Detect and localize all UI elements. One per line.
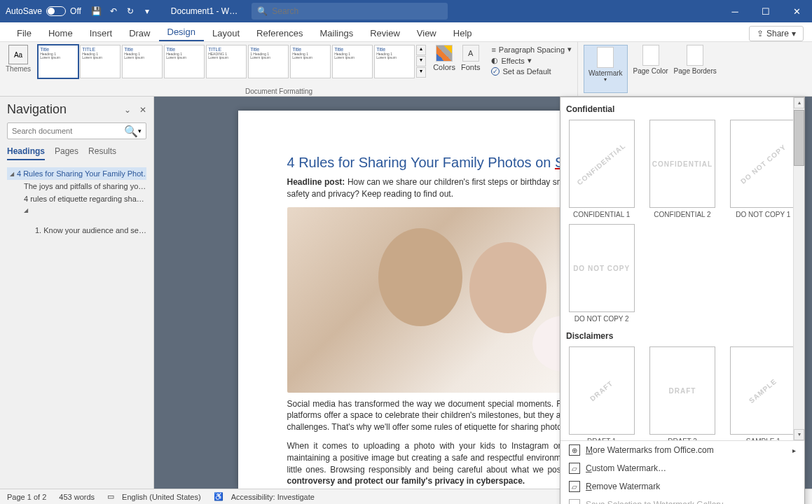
minimize-button[interactable]: ─ — [720, 0, 750, 22]
scroll-down-icon[interactable]: ▾ — [416, 56, 426, 66]
effects-button[interactable]: ◐Effects▾ — [491, 56, 572, 65]
themes-button[interactable]: Aa Themes — [0, 42, 36, 96]
accessibility-status[interactable]: ♿ Accessibility: Investigate — [214, 492, 315, 501]
share-button[interactable]: ⇪ Share ▾ — [749, 26, 804, 41]
close-button[interactable]: ✕ — [781, 0, 812, 22]
chevron-down-icon: ▾ — [604, 77, 607, 83]
maximize-button[interactable]: ☐ — [750, 0, 781, 22]
wm-thumb-text: DO NOT COPY — [739, 143, 787, 186]
fonts-label: Fonts — [461, 63, 481, 71]
autosave-toggle[interactable]: AutoSave Off — [0, 6, 87, 16]
scroll-up-icon[interactable]: ▴ — [416, 45, 426, 55]
watermark-dropdown: Confidential CONFIDENTIALCONFIDENTIAL 1 … — [560, 97, 805, 504]
themes-icon: Aa — [8, 45, 28, 64]
style-thumb[interactable]: TitleHeading 1Lorem ipsum — [332, 45, 373, 78]
style-thumb[interactable]: TitleHeading 1Lorem ipsum — [122, 45, 163, 78]
word-count[interactable]: 453 words — [59, 493, 95, 501]
watermark-button[interactable]: Watermark ▾ — [584, 45, 628, 93]
style-thumb[interactable]: TITLEHEADING 1Lorem ipsum — [206, 45, 247, 78]
search-input[interactable] — [272, 6, 442, 16]
nav-search-input[interactable] — [12, 127, 124, 135]
wm-remove[interactable]: ▱Remove Watermark — [560, 477, 804, 496]
nav-heading-item[interactable]: 1. Know your audience and se… — [7, 224, 146, 237]
nav-collapse-icon[interactable]: ⌄ — [124, 105, 131, 115]
page-borders-button[interactable]: Page Borders — [674, 45, 717, 93]
check-icon: ✓ — [491, 67, 500, 76]
style-thumb[interactable]: TitleHeading 1Lorem ipsum — [290, 45, 331, 78]
watermark-option[interactable]: DO NOT COPYDO NOT COPY 1 — [728, 120, 799, 218]
nav-close-icon[interactable]: ✕ — [139, 105, 146, 115]
qat-more-icon[interactable]: ▾ — [142, 6, 153, 17]
scroll-up-icon[interactable]: ▴ — [794, 97, 804, 108]
watermark-option[interactable]: CONFIDENTIALCONFIDENTIAL 2 — [647, 120, 717, 218]
style-thumb[interactable]: Title1 Heading 1Lorem ipsum — [248, 45, 289, 78]
gallery-scroll[interactable]: ▴ ▾ ▾ — [416, 45, 426, 78]
nav-tab-headings[interactable]: Headings — [7, 146, 45, 160]
paragraph-spacing-button[interactable]: ≡Paragraph Spacing▾ — [491, 45, 572, 54]
scrollbar-thumb[interactable] — [794, 110, 804, 166]
document-title: Document1 - W… — [157, 6, 252, 16]
watermark-option[interactable]: DO NOT COPYDO NOT COPY 2 — [566, 224, 637, 323]
tab-draw[interactable]: Draw — [121, 25, 158, 41]
tab-view[interactable]: View — [408, 25, 445, 41]
tab-help[interactable]: Help — [445, 25, 481, 41]
tab-design[interactable]: Design — [159, 24, 204, 41]
watermark-option[interactable]: CONFIDENTIALCONFIDENTIAL 1 — [566, 120, 637, 218]
page-color-label: Page Color — [633, 67, 668, 75]
watermark-option[interactable]: DRAFTDRAFT 1 — [566, 346, 637, 440]
language-status[interactable]: ▭ English (United States) — [107, 492, 201, 501]
tab-home[interactable]: Home — [40, 25, 81, 41]
chevron-down-icon[interactable]: ▾ — [138, 127, 142, 134]
save-icon[interactable]: 💾 — [91, 6, 102, 17]
fonts-button[interactable]: A Fonts — [461, 45, 481, 93]
collapse-icon: ◢ — [10, 171, 14, 177]
nav-tab-pages[interactable]: Pages — [55, 146, 78, 160]
wm-custom[interactable]: ▱Custom Watermark… — [560, 459, 804, 477]
window-controls: ─ ☐ ✕ — [720, 0, 812, 22]
search-box[interactable]: 🔍 — [252, 3, 448, 20]
colors-button[interactable]: Colors — [433, 45, 455, 93]
nav-search[interactable]: 🔍 ▾ — [7, 122, 146, 139]
set-default-button[interactable]: ✓Set as Default — [491, 67, 572, 76]
style-thumb[interactable]: TitleHeading 1Lorem ipsum — [164, 45, 205, 78]
nav-heading-item[interactable]: 4 rules of etiquette regarding sha… — [7, 192, 146, 205]
gallery-more-icon[interactable]: ▾ — [416, 67, 426, 78]
wm-scrollbar[interactable]: ▴ ▾ — [793, 97, 804, 440]
tab-layout[interactable]: Layout — [204, 25, 248, 41]
search-icon[interactable]: 🔍 — [124, 125, 138, 138]
redo-icon[interactable]: ↻ — [125, 6, 136, 17]
page-count[interactable]: Page 1 of 2 — [7, 493, 46, 501]
nav-tabs: Headings Pages Results — [7, 146, 146, 160]
scroll-down-icon[interactable]: ▾ — [794, 429, 804, 440]
style-thumb[interactable]: TITLEHeading 1Lorem ipsum — [80, 45, 121, 78]
language-label: English (United States) — [122, 493, 201, 501]
undo-icon[interactable]: ↶ — [108, 6, 119, 17]
wm-thumb-text: DO NOT COPY — [573, 265, 630, 272]
page-color-button[interactable]: Page Color — [633, 45, 668, 93]
nav-heading-item[interactable]: The joys and pitfalls of sharing yo… — [7, 180, 146, 192]
wm-label: DO NOT COPY 2 — [574, 315, 629, 323]
search-icon: 🔍 — [257, 6, 268, 16]
chevron-down-icon: ▾ — [528, 56, 532, 65]
wm-menu-label: MMore Watermarks from Office.comore Wate… — [586, 445, 714, 455]
tab-insert[interactable]: Insert — [81, 25, 121, 41]
style-thumb[interactable]: TitleHeading 1Lorem ipsum — [38, 45, 78, 78]
tab-mailings[interactable]: Mailings — [312, 25, 362, 41]
wm-label: SAMPLE 1 — [746, 438, 780, 440]
set-default-label: Set as Default — [502, 67, 551, 76]
tab-review[interactable]: Review — [362, 25, 408, 41]
style-thumb[interactable]: TitleHeading 1Lorem ipsum — [374, 45, 415, 78]
chevron-down-icon: ▾ — [567, 45, 572, 54]
document-formatting-gallery[interactable]: TitleHeading 1Lorem ipsum TITLEHeading 1… — [36, 42, 427, 96]
ribbon-tabs: File Home Insert Draw Design Layout Refe… — [0, 22, 812, 42]
wm-label: DRAFT 2 — [668, 438, 697, 440]
accessibility-label: Accessibility: Investigate — [231, 493, 315, 501]
nav-tab-results[interactable]: Results — [88, 146, 116, 160]
watermark-option[interactable]: DRAFTDRAFT 2 — [647, 346, 717, 440]
nav-heading-item[interactable]: ◢ — [7, 205, 146, 216]
watermark-option[interactable]: SAMPLESAMPLE 1 — [728, 346, 799, 440]
nav-heading-item[interactable]: ◢4 Rules for Sharing Your Family Phot… — [7, 167, 146, 180]
tab-file[interactable]: File — [8, 25, 40, 41]
wm-more-office[interactable]: ⊕MMore Watermarks from Office.comore Wat… — [560, 441, 804, 459]
tab-references[interactable]: References — [248, 25, 311, 41]
